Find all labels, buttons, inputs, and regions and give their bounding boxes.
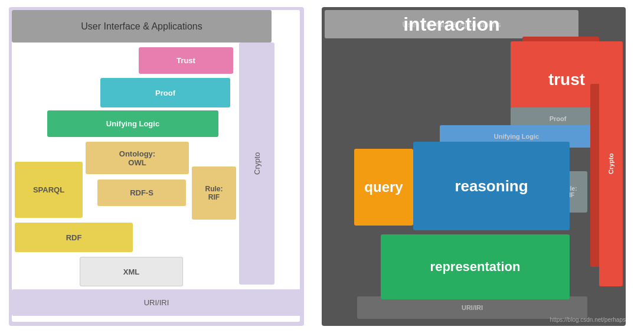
left-sparql-label: SPARQL xyxy=(33,185,64,194)
right-crypto-big: Crypto xyxy=(599,41,623,286)
right-trust-label: trust xyxy=(548,70,585,89)
left-ontology: Ontology: OWL xyxy=(86,142,189,174)
left-trust-label: Trust xyxy=(176,56,195,65)
left-sparql: SPARQL xyxy=(15,162,83,218)
right-representation-label: representation xyxy=(430,259,521,275)
right-proof-label: Proof xyxy=(550,115,567,122)
right-query-label: query xyxy=(364,179,403,195)
left-unifying: Unifying Logic xyxy=(47,110,218,137)
right-unifying-label: Unifying Logic xyxy=(494,133,539,140)
left-rule: Rule: RIF xyxy=(192,166,236,220)
right-interaction-overlay: interaction xyxy=(325,10,578,38)
right-reasoning: reasoning xyxy=(413,142,570,230)
left-uri: URI/IRI xyxy=(12,289,301,316)
right-uri: URI/IRI xyxy=(357,296,587,319)
left-xml-label: XML xyxy=(123,267,139,276)
left-rule-label: Rule: RIF xyxy=(205,185,223,201)
right-reasoning-label: reasoning xyxy=(455,177,528,195)
left-unifying-label: Unifying Logic xyxy=(106,119,159,128)
right-uri-label: URI/IRI xyxy=(462,304,483,311)
watermark-text: https://blog.csdn.net/perhaps xyxy=(550,316,626,323)
left-ui-label: User Interface & Applications xyxy=(81,21,202,32)
main-container: User Interface & Applications Crypto Tru… xyxy=(0,0,644,333)
left-uri-label: URI/IRI xyxy=(144,298,169,307)
left-ui-bar: User Interface & Applications xyxy=(12,10,272,43)
right-interaction-label: interaction xyxy=(403,14,500,35)
left-xml: XML xyxy=(80,257,183,286)
left-proof-label: Proof xyxy=(155,89,175,97)
watermark: https://blog.csdn.net/perhaps xyxy=(550,316,626,323)
left-rdf: RDF xyxy=(15,223,133,252)
left-rdfs: RDF-S xyxy=(97,179,186,206)
right-diagram: User Interface & Applications interactio… xyxy=(322,7,629,326)
left-crypto-label: Crypto xyxy=(242,48,272,279)
left-rdf-label: RDF xyxy=(66,233,82,242)
right-crypto-big-label: Crypto xyxy=(607,154,614,174)
left-trust: Trust xyxy=(139,47,233,74)
left-proof: Proof xyxy=(100,78,230,107)
left-ontology-label: Ontology: OWL xyxy=(119,149,155,167)
left-diagram: User Interface & Applications Crypto Tru… xyxy=(9,7,304,326)
right-representation: representation xyxy=(381,234,570,299)
left-crypto-text: Crypto xyxy=(253,152,261,175)
right-query: query xyxy=(354,149,413,226)
left-rdfs-label: RDF-S xyxy=(130,188,153,197)
